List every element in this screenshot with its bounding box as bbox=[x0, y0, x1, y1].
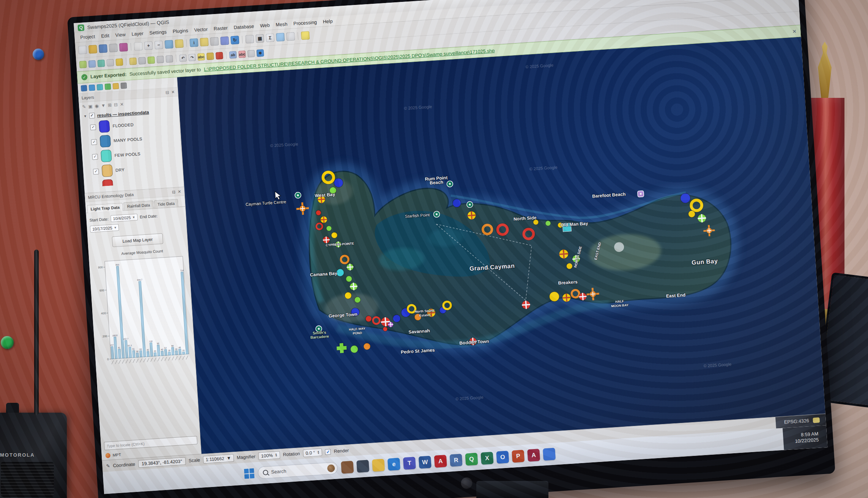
style-manager-icon[interactable] bbox=[119, 43, 128, 52]
crs-status-button[interactable]: EPSG:4326 bbox=[784, 418, 809, 425]
processing-toolbox-icon[interactable]: ✱ bbox=[257, 49, 264, 57]
statistics-panel-icon[interactable] bbox=[276, 33, 285, 41]
measure-line-icon[interactable] bbox=[210, 37, 219, 46]
file-explorer-icon[interactable] bbox=[372, 459, 385, 472]
add-group-icon[interactable]: ▣ bbox=[88, 104, 93, 109]
new-shapefile-icon[interactable] bbox=[115, 58, 123, 66]
diagram-options-icon[interactable] bbox=[216, 52, 223, 59]
powerpoint-icon[interactable]: P bbox=[512, 450, 525, 463]
menu-layer[interactable]: Layer bbox=[129, 30, 146, 38]
menu-view[interactable]: View bbox=[112, 31, 128, 39]
coordinate-input[interactable]: 19.3843°, -81.4203° bbox=[138, 457, 186, 468]
group-checkbox[interactable]: ✓ bbox=[89, 113, 95, 119]
open-data-source-manager-icon[interactable] bbox=[81, 85, 87, 91]
menu-web[interactable]: Web bbox=[257, 22, 273, 30]
panel-dock-icon[interactable]: ⊟ bbox=[165, 90, 169, 95]
menu-help[interactable]: Help bbox=[320, 17, 336, 25]
messages-bubble-icon[interactable] bbox=[813, 417, 820, 423]
end-date-input[interactable]: 10/17/2025 ▼ bbox=[90, 224, 119, 233]
layer-styling-icon[interactable]: ✎ bbox=[82, 104, 86, 110]
outlook-icon[interactable]: O bbox=[496, 451, 509, 463]
add-raster-layer-icon[interactable] bbox=[88, 60, 96, 68]
add-postgis-layer-icon[interactable] bbox=[89, 85, 95, 91]
notification-badge-icon[interactable] bbox=[105, 453, 110, 458]
system-tray[interactable]: 8:59 AM 10/22/2025 bbox=[783, 425, 827, 450]
pan-map-icon[interactable] bbox=[134, 42, 143, 50]
teams-icon[interactable]: T bbox=[403, 457, 416, 470]
new-project-icon[interactable] bbox=[78, 46, 87, 54]
menu-edit[interactable]: Edit bbox=[98, 32, 112, 39]
vertex-tool-icon[interactable] bbox=[156, 55, 164, 63]
save-edits-icon[interactable] bbox=[138, 57, 146, 64]
map-canvas[interactable]: © 2025 Google© 2025 Google© 2025 Google©… bbox=[177, 37, 825, 454]
zoom-in-icon[interactable]: + bbox=[144, 41, 153, 50]
scale-combobox[interactable]: 1:110662 ▼ bbox=[203, 454, 234, 463]
layer-checkbox[interactable]: ✓ bbox=[93, 168, 99, 174]
new-bookmark-icon[interactable] bbox=[220, 36, 229, 45]
collapse-all-icon[interactable]: ⊟ bbox=[114, 102, 118, 108]
spinner-arrows-icon[interactable]: ▲▼ bbox=[317, 451, 320, 454]
layer-row[interactable]: ✓MANY POOLS bbox=[91, 130, 179, 148]
manage-themes-icon[interactable]: ◉ bbox=[95, 103, 99, 109]
menu-vector[interactable]: Vector bbox=[191, 25, 210, 33]
save-project-icon[interactable] bbox=[99, 44, 107, 53]
rstudio-icon[interactable]: R bbox=[450, 454, 463, 467]
add-spatialite-layer-icon[interactable] bbox=[97, 84, 103, 90]
add-mesh-layer-icon[interactable] bbox=[97, 59, 105, 67]
message-close-icon[interactable]: ✕ bbox=[792, 28, 797, 35]
access-icon[interactable]: A bbox=[527, 449, 540, 462]
acrobat-icon[interactable]: A bbox=[434, 455, 447, 468]
zoom-out-icon[interactable]: − bbox=[154, 41, 163, 49]
render-checkbox[interactable]: ✓ bbox=[325, 449, 331, 455]
menu-settings[interactable]: Settings bbox=[147, 28, 169, 36]
print-layout-icon[interactable] bbox=[109, 44, 118, 52]
layer-row[interactable]: ✓FEW POOLS bbox=[92, 145, 180, 163]
layer-checkbox[interactable]: ✓ bbox=[91, 139, 97, 145]
layer-checkbox[interactable]: ✓ bbox=[92, 154, 98, 160]
identify-features-icon[interactable]: i bbox=[189, 38, 198, 47]
panel-close-icon[interactable]: ✕ bbox=[178, 189, 181, 194]
menu-raster[interactable]: Raster bbox=[211, 24, 230, 32]
expand-all-icon[interactable]: ⊞ bbox=[108, 102, 112, 108]
map-tips-icon[interactable] bbox=[247, 50, 255, 57]
rotation-spinner[interactable]: 0.0 ° ▲▼ bbox=[303, 448, 323, 457]
menu-database[interactable]: Database bbox=[231, 22, 257, 31]
screenshot-tool-icon[interactable] bbox=[356, 460, 369, 473]
highlight-labels-icon[interactable]: abc bbox=[238, 50, 246, 58]
tab-tide-data[interactable]: Tide Data bbox=[154, 199, 178, 208]
menu-plugins[interactable]: Plugins bbox=[170, 27, 191, 35]
menu-processing[interactable]: Processing bbox=[290, 19, 320, 27]
start-button[interactable] bbox=[244, 468, 255, 479]
add-wms-layer-icon[interactable] bbox=[113, 83, 119, 90]
menu-mesh[interactable]: Mesh bbox=[273, 20, 290, 28]
panel-close-icon[interactable]: ✕ bbox=[171, 90, 175, 95]
field-calculator-icon[interactable]: Σ bbox=[266, 33, 274, 42]
zoom-full-icon[interactable] bbox=[165, 40, 173, 49]
add-xyz-layer-icon[interactable] bbox=[121, 82, 127, 89]
select-features-icon[interactable] bbox=[200, 38, 208, 46]
toggle-editing-icon[interactable] bbox=[129, 57, 137, 65]
start-date-input[interactable]: 10/4/2025 ▼ bbox=[110, 214, 138, 222]
remove-layer-icon[interactable]: ✕ bbox=[120, 102, 124, 107]
layer-checkbox[interactable]: ✓ bbox=[90, 124, 96, 130]
filter-legend-icon[interactable]: ▼ bbox=[101, 103, 106, 108]
edge-icon[interactable]: e bbox=[388, 458, 400, 471]
refresh-map-icon[interactable]: ↻ bbox=[230, 36, 239, 44]
text-annotation-icon[interactable] bbox=[301, 31, 310, 40]
temporal-controller-icon[interactable] bbox=[245, 35, 254, 43]
load-map-layer-button[interactable]: Load Map Layer bbox=[112, 233, 163, 247]
open-attribute-table-icon[interactable]: ▦ bbox=[255, 34, 264, 43]
menu-project[interactable]: Project bbox=[77, 33, 98, 41]
measure-ruler-icon[interactable] bbox=[286, 32, 295, 41]
edit-coordinate-icon[interactable]: ✎ bbox=[106, 463, 110, 469]
add-vector-layer-icon[interactable] bbox=[79, 61, 87, 68]
widget-groundhog-icon[interactable] bbox=[341, 461, 354, 474]
zoom-last-icon[interactable] bbox=[175, 39, 183, 48]
excel-icon[interactable]: X bbox=[480, 452, 493, 465]
label-toolbar-icon[interactable]: abc bbox=[197, 53, 205, 60]
magnifier-spinner[interactable]: 100% ▲▼ bbox=[258, 451, 280, 460]
layer-row[interactable]: ✓DRY bbox=[93, 160, 181, 178]
redo-icon[interactable]: ↷ bbox=[188, 53, 196, 61]
pin-labels-icon[interactable]: ab bbox=[229, 51, 237, 58]
add-virtual-layer-icon[interactable] bbox=[105, 83, 111, 90]
